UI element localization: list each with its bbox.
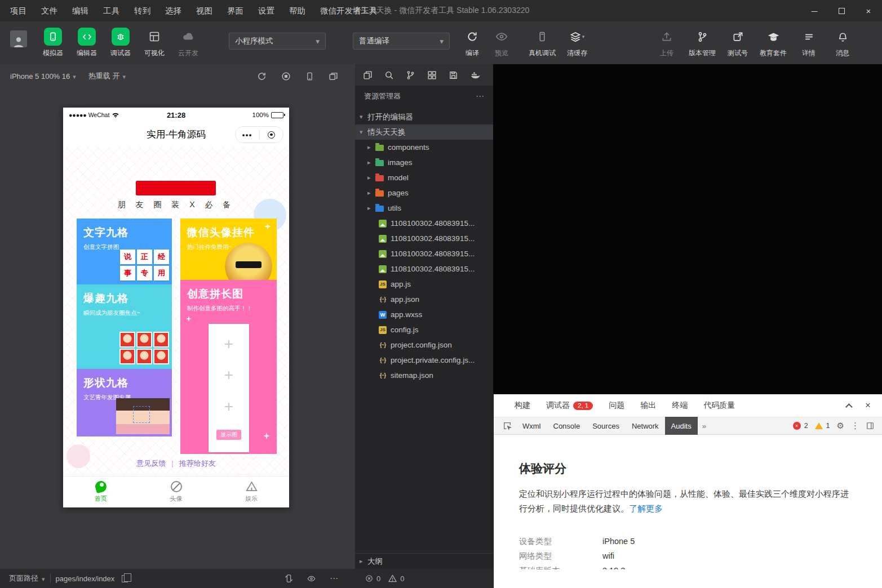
page-path-selector[interactable]: 页面路径 [9, 573, 45, 583]
card-avatar-pendant[interactable]: 微信头像挂件 热门挂件免费用~ [180, 219, 277, 280]
tree-file-image[interactable]: 1108100302.48083915... [355, 246, 493, 261]
banner-image[interactable] [136, 181, 216, 195]
phone-sync-icon[interactable] [285, 574, 293, 583]
menu-project[interactable]: 项目 [10, 6, 26, 16]
card-shape-grid[interactable]: 形状九格 文艺青年发图专属 [77, 369, 172, 436]
tree-file-configjs[interactable]: config.js [355, 322, 493, 337]
edu-suite-button[interactable]: 教育套件 [755, 28, 792, 58]
test-account-button[interactable]: 测试号 [721, 28, 755, 58]
editor-button[interactable]: 编辑器 [70, 28, 104, 58]
stop-record-icon[interactable] [281, 72, 291, 81]
more-actions-icon[interactable] [330, 573, 338, 583]
tab-avatar[interactable]: 头像 [139, 476, 214, 507]
learn-more-link[interactable]: 了解更多 [629, 504, 663, 513]
visual-button[interactable]: 可视化 [138, 28, 171, 58]
warning-count-icon[interactable] [815, 422, 823, 429]
hot-reload-toggle[interactable]: 热重载 开 [88, 71, 126, 81]
home-capsule-icon[interactable] [260, 131, 283, 139]
refresh-icon[interactable] [257, 72, 267, 81]
menu-settings[interactable]: 设置 [258, 6, 274, 16]
devtools-tab-sources[interactable]: Sources [586, 417, 626, 435]
minimize-button[interactable]: ─ [801, 0, 828, 21]
cloud-dev-button[interactable]: 云开发 [171, 28, 205, 58]
tab-fun[interactable]: 娱乐 [214, 476, 289, 507]
tree-folder-pages[interactable]: pages [355, 185, 493, 201]
tree-open-editors[interactable]: 打开的编辑器 [355, 109, 493, 124]
tree-file-image[interactable]: 1108100302.48083915... [355, 216, 493, 231]
compile-mode-select[interactable]: 普通编译 [353, 33, 450, 50]
menu-select[interactable]: 选择 [165, 6, 181, 16]
version-button[interactable]: 版本管理 [684, 28, 721, 58]
tree-file-projectprivate[interactable]: project.private.config.js... [355, 353, 493, 368]
tree-file-image[interactable]: 1108100302.48083915... [355, 261, 493, 277]
tree-folder-components[interactable]: components [355, 140, 493, 155]
multi-window-icon[interactable] [329, 72, 338, 81]
tree-folder-utils[interactable]: utils [355, 201, 493, 216]
mode-select[interactable]: 小程序模式 [229, 33, 326, 50]
more-dots-icon[interactable]: ••• [236, 131, 259, 139]
gear-icon[interactable]: ⚙ [837, 421, 844, 431]
menu-edit[interactable]: 编辑 [72, 6, 88, 16]
device-select[interactable]: iPhone 5 100% 16 [10, 72, 76, 81]
feedback-link[interactable]: 意见反馈 [136, 459, 166, 467]
card-long-image[interactable]: 创意拼长图 制作创意多图的高手！！ + + + 显示图 [180, 280, 277, 454]
card-text-grid[interactable]: 文字九格 创意文字拼图 说 正 经 事 专 用 [77, 219, 172, 284]
close-panel-icon[interactable]: × [865, 400, 871, 411]
tab-code-quality[interactable]: 代码质量 [697, 400, 742, 411]
tree-file-appjs[interactable]: app.js [355, 277, 493, 292]
devtools-tab-console[interactable]: Console [547, 417, 587, 435]
errors-icon[interactable] [365, 574, 373, 582]
tree-folder-images[interactable]: images [355, 155, 493, 170]
preview-button[interactable]: 预览 [487, 28, 516, 58]
card-fun-grid[interactable]: 爆趣九格 瞬间成为朋友圈焦点~ [77, 284, 172, 369]
warnings-icon[interactable] [388, 574, 397, 582]
share-link[interactable]: 推荐给好友 [179, 459, 216, 467]
details-button[interactable]: 详情 [792, 28, 826, 58]
devtools-more-tabs[interactable]: » [698, 422, 711, 430]
git-branch-icon[interactable] [406, 70, 415, 80]
extensions-icon[interactable] [427, 70, 437, 80]
files-icon[interactable] [363, 70, 373, 80]
editor-area[interactable] [493, 64, 882, 394]
dock-side-icon[interactable] [866, 422, 874, 430]
more-actions-icon[interactable] [476, 91, 484, 101]
menu-help[interactable]: 帮助 [289, 6, 305, 16]
tab-home[interactable]: 首页 [63, 476, 139, 507]
menu-goto[interactable]: 转到 [134, 6, 150, 16]
kebab-menu-icon[interactable]: ⋮ [851, 421, 859, 431]
tree-folder-model[interactable]: model [355, 170, 493, 185]
devtools-tab-wxml[interactable]: Wxml [516, 417, 547, 435]
devtools-tab-audits[interactable]: Audits [665, 417, 698, 435]
tab-build[interactable]: 构建 [508, 400, 537, 411]
menu-view[interactable]: 视图 [196, 6, 212, 16]
outline-section[interactable]: 大纲 [355, 553, 493, 569]
simulator-button[interactable]: 模拟器 [36, 28, 70, 58]
tab-output[interactable]: 输出 [633, 400, 663, 411]
save-all-icon[interactable] [449, 70, 458, 80]
menu-file[interactable]: 文件 [41, 6, 57, 16]
collapse-panel-icon[interactable] [845, 403, 853, 411]
clear-cache-button[interactable]: ▾ 清缓存 [560, 28, 594, 58]
menu-devtools[interactable]: 微信开发者工具 [320, 6, 378, 16]
tab-problems[interactable]: 问题 [602, 400, 631, 411]
tree-file-projectconfig[interactable]: project.config.json [355, 337, 493, 353]
tree-project-root[interactable]: 情头天天换 [355, 124, 493, 140]
devtools-tab-network[interactable]: Network [626, 417, 665, 435]
inspect-element-icon[interactable] [503, 421, 512, 430]
debugger-button[interactable]: 调试器 [104, 28, 138, 58]
tab-debugger[interactable]: 调试器 2, 1 [539, 400, 600, 411]
maximize-button[interactable] [828, 0, 855, 21]
search-icon[interactable] [384, 70, 394, 80]
compile-button[interactable]: 编译 [458, 28, 487, 58]
tree-file-appjson[interactable]: app.json [355, 292, 493, 307]
menu-interface[interactable]: 界面 [227, 6, 243, 16]
user-avatar[interactable] [10, 30, 27, 47]
messages-button[interactable]: 消息 [826, 28, 859, 58]
upload-button[interactable]: 上传 [650, 28, 684, 58]
remote-debug-button[interactable]: 真机调试 [524, 28, 560, 58]
docker-icon[interactable] [470, 70, 480, 80]
preview-eye-icon[interactable] [307, 574, 316, 583]
tab-terminal[interactable]: 终端 [665, 400, 694, 411]
tree-file-image[interactable]: 1108100302.48083915... [355, 231, 493, 246]
menu-tools[interactable]: 工具 [103, 6, 119, 16]
